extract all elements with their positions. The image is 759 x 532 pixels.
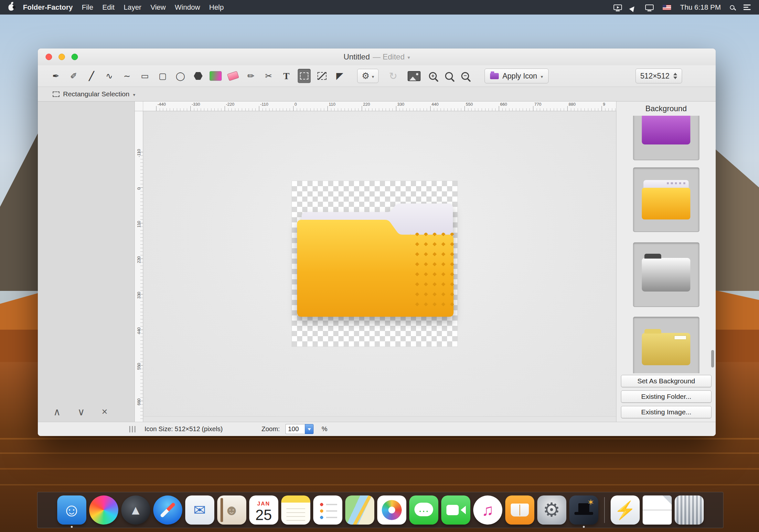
existing-folder-button[interactable]: Existing Folder... xyxy=(621,391,711,403)
pen-tool[interactable]: ✒ xyxy=(50,69,62,83)
menu-view[interactable]: View xyxy=(150,3,166,12)
zoom-in-button[interactable]: + xyxy=(429,72,437,80)
background-thumbnail-gray-folder[interactable] xyxy=(633,243,699,307)
image-export-icon[interactable] xyxy=(408,71,420,81)
zoom-actual-size-button[interactable] xyxy=(445,72,453,80)
move-layer-up-button[interactable]: ∧ xyxy=(53,406,61,418)
input-language-flag-icon[interactable] xyxy=(663,5,671,10)
pointer-tool[interactable]: ◤ xyxy=(333,69,346,83)
dropdown-arrow-icon xyxy=(308,428,311,432)
dock-trash-icon[interactable] xyxy=(675,495,704,525)
existing-image-button[interactable]: Existing Image... xyxy=(621,406,711,418)
dock-reminders-icon[interactable] xyxy=(313,495,342,525)
rectangle-tool[interactable]: ▭ xyxy=(139,69,151,83)
brush-tool[interactable]: ✐ xyxy=(67,69,80,83)
display-icon[interactable] xyxy=(645,5,654,10)
dock-launchpad-icon[interactable]: ▲ xyxy=(121,495,150,525)
dock-safari-icon[interactable] xyxy=(153,495,182,525)
curve-tool[interactable]: ∿ xyxy=(103,69,116,83)
yellow-tab-folder-thumbnail-icon xyxy=(642,180,691,219)
dock-maps-icon[interactable] xyxy=(345,495,374,525)
menu-window[interactable]: Window xyxy=(175,3,200,12)
menu-help[interactable]: Help xyxy=(209,3,224,12)
ruler-label: 220 xyxy=(137,253,141,267)
rectangular-selection-tool[interactable] xyxy=(298,69,311,83)
gradient-tool[interactable] xyxy=(210,71,222,81)
ruler-label: 330 xyxy=(397,102,404,107)
dock-messages-icon[interactable]: … xyxy=(409,495,438,525)
rounded-rectangle-tool[interactable]: ▢ xyxy=(156,69,169,83)
app-menu-title[interactable]: Folder-Factory xyxy=(23,3,73,12)
zoom-out-button[interactable]: − xyxy=(461,72,469,80)
gear-icon: ⚙ xyxy=(362,71,370,81)
ruler-label: -440 xyxy=(157,102,166,107)
zoom-in-glyph: + xyxy=(431,73,434,79)
dock-itunes-icon[interactable]: ♫ xyxy=(473,495,502,525)
pencil-tool[interactable]: ✏ xyxy=(244,69,257,83)
move-layer-down-button[interactable]: ∨ xyxy=(78,406,85,418)
dock-textedit-document-icon[interactable] xyxy=(643,495,672,525)
panel-scrollbar[interactable] xyxy=(711,350,714,367)
zoom-input[interactable] xyxy=(285,424,305,434)
set-as-background-button[interactable]: Set As Background xyxy=(621,375,711,387)
airplay-display-icon[interactable] xyxy=(614,5,622,10)
dock-notes-icon[interactable] xyxy=(281,495,310,525)
stepper-arrows-icon[interactable] xyxy=(673,73,677,79)
notification-center-icon[interactable] xyxy=(743,5,751,10)
panel-resize-handle[interactable] xyxy=(129,426,136,433)
window-content: ∧ ∨ × -440-330-220-110011022033044055066… xyxy=(38,101,716,422)
dock-system-preferences-icon[interactable]: ⚙ xyxy=(537,495,566,525)
dock-lightning-app-icon[interactable]: ⚡ xyxy=(611,495,640,525)
redo-icon[interactable]: ↻ xyxy=(389,70,397,82)
horizontal-ruler: -440-330-220-110011022033044055066077088… xyxy=(143,101,616,111)
menu-bar-clock[interactable]: Thu 6:18 PM xyxy=(680,3,721,12)
freehand-curve-tool[interactable]: ∼ xyxy=(121,69,134,83)
dock-calendar-icon[interactable]: JAN25 xyxy=(249,495,278,525)
horizontal-ruler-row: -440-330-220-110011022033044055066077088… xyxy=(135,101,616,111)
layers-panel: ∧ ∨ × xyxy=(38,101,135,422)
ruler-label: 220 xyxy=(363,102,370,107)
spotlight-search-icon[interactable] xyxy=(730,5,735,10)
dock-siri-icon[interactable] xyxy=(89,495,118,525)
scissors-tool[interactable]: ✂ xyxy=(262,69,275,83)
background-panel-header: Background xyxy=(617,101,716,116)
dock-folder-factory-icon[interactable]: ✶ xyxy=(569,495,598,525)
title-chevron-icon[interactable]: ▾ xyxy=(408,53,410,60)
menu-file[interactable]: File xyxy=(82,3,93,12)
canvas[interactable] xyxy=(143,111,616,422)
document-edited-badge: — Edited xyxy=(373,52,405,61)
background-thumbnail-yellow-tab-folder[interactable] xyxy=(633,168,699,232)
ellipse-tool[interactable]: ◯ xyxy=(174,69,187,83)
line-tool[interactable]: ╱ xyxy=(85,69,98,83)
background-thumbnail-purple-folder[interactable] xyxy=(633,116,699,160)
menu-layer[interactable]: Layer xyxy=(124,3,141,12)
icon-artboard[interactable] xyxy=(292,181,458,347)
canvas-area: -440-330-220-110011022033044055066077088… xyxy=(135,101,616,422)
icon-size-label: Icon Size: 512×512 (pixels) xyxy=(144,425,223,433)
menu-edit[interactable]: Edit xyxy=(102,3,114,12)
selection-mode-label[interactable]: Rectangular Selection xyxy=(63,90,129,98)
icon-size-stepper[interactable]: 512×512 xyxy=(635,68,682,83)
chevron-down-icon[interactable]: ▾ xyxy=(133,91,135,97)
eraser-tool[interactable] xyxy=(226,69,240,83)
polygon-tool[interactable] xyxy=(192,69,205,83)
freeform-selection-tool[interactable] xyxy=(315,69,328,83)
dock-ibooks-icon[interactable] xyxy=(505,495,534,525)
ruler-label: -220 xyxy=(226,102,234,107)
delete-layer-button[interactable]: × xyxy=(101,406,107,418)
dock-contacts-icon[interactable]: ☻ xyxy=(217,495,246,525)
ruler-corner xyxy=(135,101,143,111)
apple-menu-icon[interactable] xyxy=(8,4,14,11)
dock-mail-icon[interactable]: ✉ xyxy=(185,495,214,525)
background-thumbnail-classic-yellow-folder[interactable] xyxy=(633,317,699,373)
actions-gear-button[interactable]: ⚙ ▾ xyxy=(357,69,379,83)
pointer-status-icon[interactable] xyxy=(631,4,636,11)
zoom-dropdown-button[interactable] xyxy=(305,424,314,434)
text-tool[interactable]: T xyxy=(280,69,293,83)
ruler-label: 440 xyxy=(431,102,439,107)
ruler-label: 110 xyxy=(329,102,336,107)
apply-icon-button[interactable]: Apply Icon ▾ xyxy=(485,68,548,83)
dock-photos-icon[interactable] xyxy=(377,495,406,525)
dock-finder-icon[interactable]: ☺ xyxy=(57,495,86,525)
dock-facetime-icon[interactable] xyxy=(441,495,470,525)
